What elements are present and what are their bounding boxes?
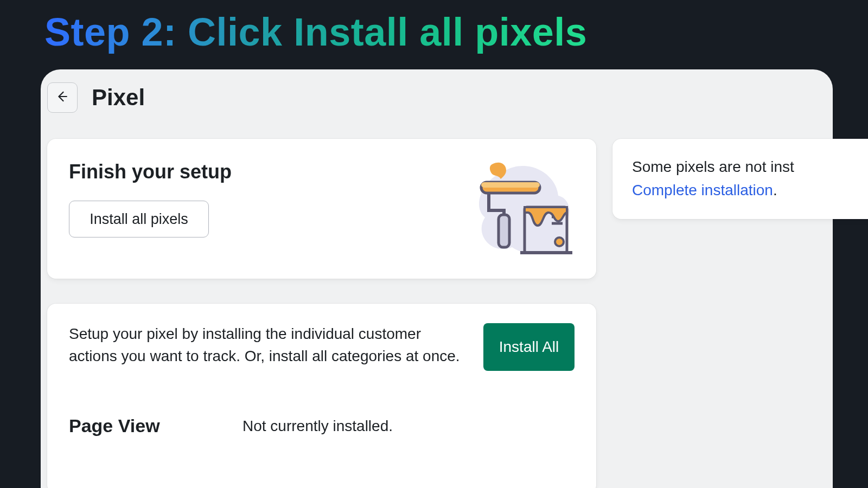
panel-header: Pixel [41, 69, 833, 113]
main-panel: Pixel Finish your setup Install all pixe… [41, 69, 833, 488]
back-button[interactable] [47, 82, 78, 113]
install-all-button[interactable]: Install All [483, 323, 575, 371]
finish-setup-card: Finish your setup Install all pixels [47, 139, 596, 279]
step-title-heading: Step 2: Click Install all pixels [44, 10, 587, 54]
svg-rect-6 [481, 182, 540, 188]
notice-card: Some pixels are not inst Complete instal… [612, 139, 868, 219]
pixel-actions-card: Setup your pixel by installing the indiv… [47, 304, 596, 488]
svg-point-4 [555, 237, 564, 246]
page-view-row: Page View Not currently installed. [69, 415, 575, 436]
pixel-actions-description: Setup your pixel by installing the indiv… [69, 323, 470, 367]
notice-period: . [773, 182, 777, 198]
paint-roller-illustration-icon [466, 160, 575, 269]
svg-rect-7 [499, 215, 509, 247]
arrow-left-icon [55, 89, 69, 106]
complete-installation-link[interactable]: Complete installation [632, 182, 773, 198]
notice-text: Some pixels are not inst [632, 158, 794, 175]
page-title: Pixel [92, 85, 145, 111]
page-view-title: Page View [69, 415, 242, 436]
finish-setup-title: Finish your setup [69, 160, 232, 183]
page-view-status: Not currently installed. [242, 418, 393, 435]
install-all-pixels-button[interactable]: Install all pixels [69, 201, 209, 237]
